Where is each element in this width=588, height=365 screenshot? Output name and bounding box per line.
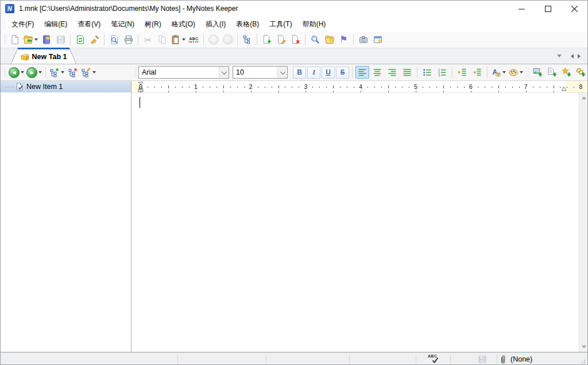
close-button[interactable] xyxy=(561,1,587,17)
paste-dropdown-arrow[interactable] xyxy=(182,38,185,41)
delete-node-button[interactable] xyxy=(65,65,80,80)
search-advanced-button[interactable] xyxy=(322,33,336,47)
tab-scroll-right-icon[interactable] xyxy=(578,54,581,59)
new-note-button[interactable] xyxy=(260,33,274,47)
forward-button[interactable]: ▶ xyxy=(25,65,43,80)
minimize-button[interactable] xyxy=(508,1,535,17)
undo-button: ↺ xyxy=(206,33,220,47)
menu-view[interactable]: 查看(V) xyxy=(72,17,106,32)
menu-tools[interactable]: 工具(T) xyxy=(264,17,297,32)
notes-tree-panel[interactable]: New Item 1 xyxy=(1,81,131,352)
menu-table[interactable]: 表格(B) xyxy=(231,17,264,32)
menu-note[interactable]: 笔记(N) xyxy=(106,17,140,32)
insert-object-button[interactable] xyxy=(559,65,573,80)
camera-capture-button[interactable] xyxy=(356,33,370,47)
menu-insert[interactable]: 插入(I) xyxy=(200,17,231,32)
highlight-color-dropdown-arrow[interactable] xyxy=(520,71,523,73)
attachment-paperclip-icon[interactable] xyxy=(500,355,506,365)
maximize-button[interactable] xyxy=(535,1,561,17)
scroll-down-icon[interactable] xyxy=(582,345,586,348)
menu-help[interactable]: 帮助(H) xyxy=(297,17,331,32)
align-right-button[interactable] xyxy=(385,66,399,79)
insert-link-icon xyxy=(575,67,586,77)
scroll-up-icon[interactable] xyxy=(582,96,586,99)
tree-icon xyxy=(242,34,253,45)
tab-controls xyxy=(557,48,587,64)
menubar-grip[interactable] xyxy=(2,19,5,29)
strikethrough-button[interactable]: S xyxy=(336,67,349,79)
format-toolbar-grip[interactable] xyxy=(134,67,137,77)
print-button[interactable] xyxy=(121,33,136,47)
tab-list-dropdown-icon[interactable] xyxy=(557,55,562,57)
paste-button[interactable] xyxy=(169,33,187,47)
menu-file[interactable]: 文件(F) xyxy=(6,17,39,32)
refresh-note-button[interactable] xyxy=(73,33,87,47)
align-left-button[interactable] xyxy=(355,66,369,79)
spell-check-button[interactable]: ABC xyxy=(187,33,201,47)
align-right-icon xyxy=(387,67,397,77)
font-color-dropdown-arrow[interactable] xyxy=(502,71,506,73)
notebook-manager-button[interactable] xyxy=(39,33,53,47)
menu-format[interactable]: 格式(O) xyxy=(167,17,200,32)
font-family-select[interactable]: Arial xyxy=(138,66,229,79)
tab-new-tab-1[interactable]: New Tab 1 xyxy=(11,48,76,64)
indent-marker-right[interactable] xyxy=(561,86,567,92)
clean-format-button[interactable] xyxy=(87,33,102,47)
font-size-dropdown[interactable] xyxy=(277,67,287,78)
open-dropdown-arrow[interactable] xyxy=(34,38,38,41)
tree-item-new-item-1[interactable]: New Item 1 xyxy=(1,81,131,92)
insert-screenshot-button[interactable] xyxy=(370,33,385,47)
edit-note-button[interactable] xyxy=(274,33,288,47)
add-node-button[interactable] xyxy=(48,65,65,80)
note-content-area[interactable] xyxy=(131,93,579,352)
align-center-icon xyxy=(372,67,382,77)
numbered-list-button[interactable]: 123 xyxy=(435,66,449,79)
tree-panel-toggle-button[interactable] xyxy=(240,33,254,47)
align-justify-button[interactable] xyxy=(400,66,414,79)
rename-node-button[interactable] xyxy=(80,65,97,80)
camera-icon xyxy=(358,34,369,45)
back-button[interactable]: ◀ xyxy=(7,65,25,80)
separator xyxy=(257,34,257,45)
delete-note-button[interactable] xyxy=(288,33,303,47)
font-size-select[interactable]: 10 xyxy=(233,66,288,79)
add-node-icon xyxy=(49,67,60,77)
insert-image-button[interactable] xyxy=(530,65,544,80)
indent-increase-button[interactable] xyxy=(455,66,469,79)
font-family-dropdown[interactable] xyxy=(219,67,229,78)
font-color-button[interactable]: A xyxy=(490,65,507,80)
search-button[interactable] xyxy=(308,33,322,47)
menu-edit[interactable]: 编辑(E) xyxy=(39,17,72,32)
insert-link-button[interactable] xyxy=(573,65,587,80)
insert-file-button[interactable] xyxy=(544,65,559,80)
editor-scrollbar[interactable] xyxy=(579,93,588,352)
highlight-color-button[interactable] xyxy=(507,65,524,80)
align-center-button[interactable] xyxy=(370,66,384,79)
forward-dropdown-arrow[interactable] xyxy=(38,71,42,73)
add-node-dropdown-arrow[interactable] xyxy=(61,71,64,73)
insert-toolbar-grip[interactable] xyxy=(526,67,529,77)
bold-button[interactable]: B xyxy=(293,67,306,79)
tab-scroll-left-icon[interactable] xyxy=(571,54,574,59)
separator xyxy=(305,34,305,45)
rename-node-dropdown-arrow[interactable] xyxy=(92,71,96,73)
separator xyxy=(452,67,452,78)
spell-check-status[interactable]: ABC xyxy=(428,354,442,364)
italic-button[interactable]: I xyxy=(307,67,320,79)
flag-button[interactable]: ⚑ xyxy=(336,33,351,47)
menu-tree[interactable]: 树(R) xyxy=(140,17,167,32)
notebook-icon xyxy=(41,34,52,45)
statusbar-divider xyxy=(177,355,178,364)
back-dropdown-arrow[interactable] xyxy=(21,71,24,73)
open-file-button[interactable] xyxy=(22,33,39,47)
underline-button[interactable]: U xyxy=(322,67,335,79)
delete-note-icon xyxy=(291,34,301,45)
indent-decrease-button[interactable] xyxy=(470,66,484,79)
toolbar-grip[interactable] xyxy=(3,34,6,45)
main-toolbar: ✂ ABC ↺ ↻ ⚑ xyxy=(1,32,587,48)
resize-grip[interactable] xyxy=(579,357,586,364)
tree-toolbar-grip[interactable] xyxy=(3,67,6,77)
bullet-list-button[interactable] xyxy=(420,66,434,79)
print-preview-button[interactable] xyxy=(107,33,121,47)
new-file-button[interactable] xyxy=(7,33,22,47)
